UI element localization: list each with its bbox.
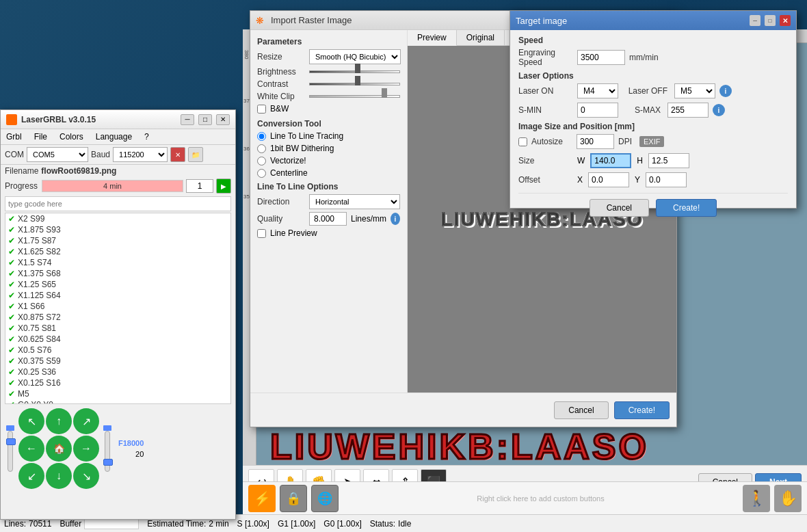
radio-vectorize: Vectorize! xyxy=(257,156,400,165)
line-preview-checkbox[interactable] xyxy=(257,229,266,238)
import-dialog-icon: ❋ xyxy=(256,15,267,26)
nav-downright-button[interactable]: ↘ xyxy=(73,463,99,489)
console-line: ✔X0.75 S81 xyxy=(5,323,230,334)
open-file-button[interactable]: 📁 xyxy=(188,147,203,162)
menu-help[interactable]: ? xyxy=(139,131,155,143)
import-cancel-button[interactable]: Cancel xyxy=(554,401,608,419)
laser-off-select[interactable]: M5 xyxy=(674,83,715,98)
check-icon: ✔ xyxy=(8,224,15,235)
progress-spinner: 1 xyxy=(186,179,213,193)
check-icon: ✔ xyxy=(8,301,15,312)
lightning-button[interactable]: ⚡ xyxy=(248,485,276,512)
whiteclip-label: White Clip xyxy=(257,92,305,101)
check-icon: ✔ xyxy=(8,312,15,323)
console-line: ✔X0.125 S16 xyxy=(5,377,230,388)
engraving-speed-label: Engraving Speed xyxy=(518,48,573,67)
lasergrbl-title: LaserGRBL v3.0.15 xyxy=(21,115,176,124)
filename-label: Filename xyxy=(5,166,38,176)
whiteclip-slider[interactable] xyxy=(309,92,400,101)
smax-input[interactable] xyxy=(667,103,709,118)
x-input[interactable] xyxy=(588,172,629,187)
radio-vectorize-input[interactable] xyxy=(257,157,266,165)
lasergrbl-window: LaserGRBL v3.0.15 ─ □ ✕ Grbl File Colors… xyxy=(0,109,236,520)
nav-home-button[interactable]: 🏠 xyxy=(46,436,72,462)
menu-colors[interactable]: Colors xyxy=(54,131,89,143)
exif-button[interactable]: EXIF xyxy=(639,136,664,147)
walk-button[interactable]: 🚶 xyxy=(743,485,770,512)
left-slider[interactable] xyxy=(6,425,14,472)
stop-button[interactable]: ✋ xyxy=(774,485,802,512)
lasergrbl-titlebar: LaserGRBL v3.0.15 ─ □ ✕ xyxy=(1,110,235,129)
target-body: Speed Engraving Speed mm/min Laser Optio… xyxy=(510,30,796,222)
nav-up-button[interactable]: ↑ xyxy=(46,408,72,434)
radio-line-tracing-label: Line To Line Tracing xyxy=(270,131,343,141)
baud-select[interactable]: 115200 xyxy=(113,147,168,162)
brightness-label: Brightness xyxy=(257,67,305,77)
maximize-button[interactable]: □ xyxy=(198,114,212,125)
console-line: ✔X1.375 S68 xyxy=(5,268,230,279)
whiteclip-handle[interactable] xyxy=(382,88,387,98)
connect-button[interactable]: ✕ xyxy=(170,147,185,162)
nav-down-button[interactable]: ↓ xyxy=(46,463,72,489)
lock-button[interactable]: 🔒 xyxy=(280,485,307,512)
engraving-speed-input[interactable] xyxy=(577,50,625,65)
nav-downleft-button[interactable]: ↙ xyxy=(18,463,44,489)
target-maximize-button[interactable]: □ xyxy=(765,15,776,26)
play-button[interactable]: ▶ xyxy=(216,178,231,194)
lines-value: 70511 xyxy=(29,519,51,529)
brightness-handle[interactable] xyxy=(355,64,360,73)
nav-upright-button[interactable]: ↗ xyxy=(73,408,99,434)
direction-select[interactable]: Horizontal Vertical Diagonal xyxy=(309,194,400,209)
nav-right-button[interactable]: → xyxy=(73,436,99,462)
y-input[interactable] xyxy=(646,172,687,187)
laser-info-button[interactable]: i xyxy=(719,85,732,97)
import-create-button[interactable]: Create! xyxy=(614,401,670,419)
com-select[interactable]: COM5 xyxy=(27,147,88,162)
radio-line-tracing-input[interactable] xyxy=(257,132,266,141)
progress-row: Progress 4 min 1 ▶ xyxy=(1,177,235,195)
brightness-slider[interactable] xyxy=(309,67,400,77)
quality-spinbox[interactable] xyxy=(309,212,347,226)
baud-label: Baud xyxy=(91,150,110,159)
contrast-handle[interactable] xyxy=(355,76,360,85)
gcode-input[interactable] xyxy=(5,196,231,211)
console-line: ✔X1.25 S65 xyxy=(5,279,230,290)
h-input[interactable] xyxy=(648,153,689,168)
radio-centerline-input[interactable] xyxy=(257,169,266,178)
autosize-checkbox[interactable] xyxy=(518,137,527,146)
whiteclip-row: White Clip xyxy=(257,92,400,101)
menu-language[interactable]: Language xyxy=(90,131,137,143)
quality-info-button[interactable]: i xyxy=(391,213,400,225)
nav-upleft-button[interactable]: ↖ xyxy=(18,408,44,434)
buffer-label: Buffer xyxy=(59,519,81,529)
dpi-input[interactable] xyxy=(577,134,614,149)
globe-button[interactable]: 🌐 xyxy=(311,485,339,512)
menu-grbl[interactable]: Grbl xyxy=(1,131,27,143)
conversion-title: Conversion Tool xyxy=(257,119,400,129)
target-minimize-button[interactable]: ─ xyxy=(750,15,760,26)
target-cancel-button[interactable]: Cancel xyxy=(590,199,649,217)
image-size-label: Image Size and Position [mm] xyxy=(518,122,788,131)
check-icon: ✔ xyxy=(8,334,15,345)
laser-on-label: Laser ON xyxy=(518,86,573,96)
menu-file[interactable]: File xyxy=(29,131,53,143)
original-tab[interactable]: Original xyxy=(457,30,505,45)
check-icon: ✔ xyxy=(8,323,15,334)
smin-input[interactable] xyxy=(577,103,618,118)
baw-checkbox[interactable] xyxy=(257,105,266,114)
nav-left-button[interactable]: ← xyxy=(18,436,44,462)
resize-select[interactable]: Smooth (HQ Bicubic) xyxy=(309,49,401,64)
target-create-button[interactable]: Create! xyxy=(656,199,717,217)
right-slider[interactable] xyxy=(103,425,111,472)
target-close-button[interactable]: ✕ xyxy=(780,15,791,26)
contrast-slider[interactable] xyxy=(309,79,400,89)
smax-info-button[interactable]: i xyxy=(713,104,725,116)
w-input[interactable] xyxy=(590,153,631,168)
minimize-button[interactable]: ─ xyxy=(181,114,194,125)
radio-1bit-input[interactable] xyxy=(257,144,266,153)
laser-on-select[interactable]: M4 M3 xyxy=(577,83,618,98)
s-value: S [1.00x] xyxy=(237,519,269,529)
f-value: F18000 xyxy=(118,439,144,447)
preview-tab[interactable]: Preview xyxy=(408,30,457,46)
close-button[interactable]: ✕ xyxy=(216,114,230,125)
